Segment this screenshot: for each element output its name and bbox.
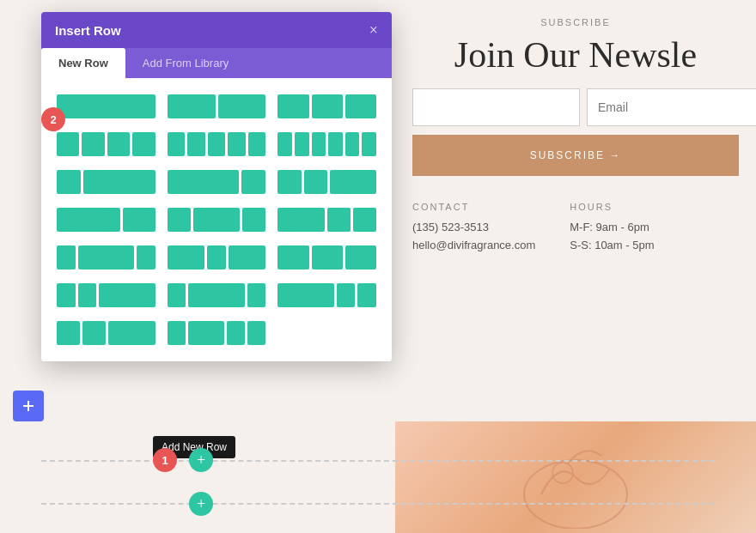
block bbox=[207, 245, 226, 270]
modal-title: Insert Row bbox=[55, 23, 121, 38]
layout-1-1-3[interactable] bbox=[55, 281, 157, 310]
step-2-badge: 2 bbox=[41, 107, 65, 131]
layout-1-3[interactable] bbox=[55, 167, 157, 197]
layout-2-1[interactable] bbox=[55, 205, 157, 234]
block bbox=[57, 208, 120, 232]
block bbox=[353, 208, 376, 232]
block bbox=[57, 94, 155, 118]
subscribe-form bbox=[412, 88, 739, 126]
block bbox=[187, 132, 205, 156]
layout-2col[interactable] bbox=[166, 92, 268, 121]
block bbox=[168, 132, 186, 156]
layout-6col[interactable] bbox=[276, 130, 378, 159]
footer-info: CONTACT (135) 523-3513 hello@divifragran… bbox=[412, 185, 739, 274]
subscribe-button[interactable]: SUBSCRIBE → bbox=[412, 135, 739, 176]
contact-col: CONTACT (135) 523-3513 hello@divifragran… bbox=[412, 202, 535, 257]
block bbox=[337, 283, 356, 307]
block bbox=[168, 170, 240, 194]
insert-row-modal: Insert Row × New Row Add From Library bbox=[41, 12, 392, 361]
svg-rect-3 bbox=[23, 405, 34, 407]
layout-2-1-2[interactable] bbox=[166, 243, 268, 272]
block bbox=[188, 321, 224, 345]
modal-close-button[interactable]: × bbox=[369, 22, 378, 38]
block bbox=[247, 283, 266, 307]
layout-1-2-1-1[interactable] bbox=[166, 318, 268, 348]
subscribe-title: Join Our Newsle bbox=[412, 34, 739, 76]
subscribe-email-input[interactable] bbox=[587, 88, 756, 126]
modal-tabs: New Row Add From Library bbox=[41, 48, 392, 78]
block bbox=[277, 94, 308, 118]
block bbox=[82, 321, 106, 345]
block bbox=[330, 170, 376, 194]
block bbox=[277, 245, 308, 270]
svg-point-0 bbox=[524, 460, 627, 529]
block bbox=[345, 132, 360, 156]
block bbox=[57, 283, 76, 307]
block bbox=[277, 283, 333, 307]
block bbox=[247, 321, 265, 345]
block bbox=[132, 132, 155, 156]
sidebar-plus-button[interactable] bbox=[13, 391, 44, 421]
contact-email: hello@divifragrance.com bbox=[412, 239, 535, 251]
block bbox=[248, 132, 266, 156]
modal-header: Insert Row × bbox=[41, 12, 392, 48]
block bbox=[83, 170, 155, 194]
block bbox=[312, 94, 343, 118]
layout-3-1-1b[interactable] bbox=[276, 281, 378, 310]
layout-3-1-1[interactable] bbox=[276, 243, 378, 272]
block bbox=[277, 208, 324, 232]
subscribe-section: SUBSCRIBE Join Our Newsle SUBSCRIBE → CO… bbox=[395, 0, 756, 291]
contact-label: CONTACT bbox=[412, 202, 535, 212]
block bbox=[193, 208, 240, 232]
block bbox=[57, 132, 79, 156]
contact-phone: (135) 523-3513 bbox=[412, 221, 535, 233]
block bbox=[168, 245, 204, 270]
layout-1-3-1[interactable] bbox=[55, 243, 157, 272]
block bbox=[57, 170, 81, 194]
add-row-bottom-button[interactable]: + bbox=[189, 492, 213, 516]
block bbox=[242, 208, 265, 232]
block bbox=[312, 132, 326, 156]
block bbox=[168, 208, 191, 232]
step-1-badge: 1 bbox=[153, 448, 177, 472]
block bbox=[328, 132, 343, 156]
block bbox=[277, 170, 301, 194]
dashed-divider-1 bbox=[41, 460, 715, 462]
block bbox=[108, 321, 155, 345]
layout-1-2-1[interactable] bbox=[166, 205, 268, 234]
hours-weekdays: M-F: 9am - 6pm bbox=[570, 221, 654, 233]
layout-3col[interactable] bbox=[276, 92, 378, 121]
block bbox=[99, 283, 155, 307]
block bbox=[304, 170, 327, 194]
add-new-row-button[interactable]: + bbox=[189, 448, 213, 472]
block bbox=[241, 170, 265, 194]
block bbox=[82, 132, 104, 156]
layout-1-1-2[interactable] bbox=[276, 167, 378, 197]
layout-3-1[interactable] bbox=[166, 167, 268, 197]
tab-add-from-library[interactable]: Add From Library bbox=[125, 48, 246, 78]
layout-1-3-1b[interactable] bbox=[166, 281, 268, 310]
layout-2-1-1[interactable] bbox=[276, 205, 378, 234]
block bbox=[357, 283, 376, 307]
block bbox=[168, 321, 186, 345]
tab-new-row[interactable]: New Row bbox=[41, 48, 125, 78]
subscribe-name-input[interactable] bbox=[412, 88, 580, 126]
layout-5col[interactable] bbox=[166, 130, 268, 159]
layout-1-1-2b[interactable] bbox=[55, 318, 157, 348]
block bbox=[78, 283, 97, 307]
layout-4col[interactable] bbox=[55, 130, 157, 159]
block bbox=[188, 283, 244, 307]
block bbox=[57, 321, 80, 345]
hours-col: HOURS M-F: 9am - 6pm S-S: 10am - 5pm bbox=[570, 202, 654, 257]
block bbox=[168, 94, 216, 118]
block bbox=[345, 94, 376, 118]
block bbox=[345, 245, 376, 270]
block bbox=[227, 321, 245, 345]
block bbox=[362, 132, 376, 156]
layout-grid bbox=[55, 92, 378, 348]
block bbox=[295, 132, 309, 156]
modal-body bbox=[41, 78, 392, 361]
layout-1col[interactable] bbox=[55, 92, 157, 121]
block bbox=[277, 132, 292, 156]
block bbox=[78, 245, 134, 270]
